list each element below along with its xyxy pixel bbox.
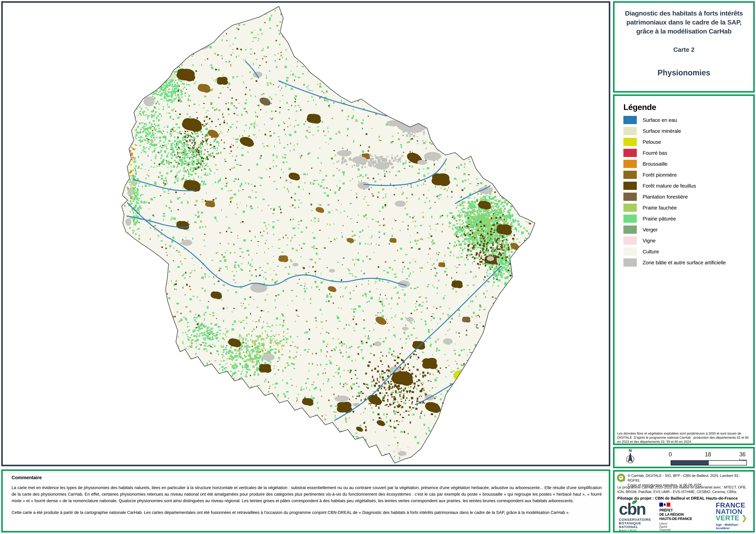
chevron-icon: ❯ bbox=[742, 514, 747, 522]
legend-label: Culture bbox=[643, 249, 659, 255]
legend-label: Prairie fauchée bbox=[643, 205, 677, 211]
legend-label: Fourré bas bbox=[643, 150, 667, 156]
north-arrow-icon: N bbox=[622, 449, 639, 467]
map-theme: Physionomies bbox=[614, 68, 753, 77]
french-flag-icon bbox=[660, 503, 670, 507]
legend-label: Verger bbox=[643, 227, 658, 233]
legend-swatch bbox=[623, 127, 637, 135]
legend-item: Culture bbox=[623, 246, 726, 257]
comment-paragraph-2: Cette carte a été produite à partir de l… bbox=[12, 509, 602, 516]
legend-label: Broussaille bbox=[643, 161, 667, 167]
legend-item: Forêt pionnière bbox=[623, 169, 726, 180]
legend-item: Fourré bas bbox=[623, 147, 726, 158]
legend-label: Plantation forestière bbox=[643, 194, 688, 200]
legend-panel: Légende Surface en eauSurface minéralePe… bbox=[613, 94, 755, 445]
legend-label: Zone bâtie et autre surface artificielle bbox=[643, 260, 726, 266]
legend-label: Vigne bbox=[643, 238, 656, 243]
map-panel bbox=[1, 1, 610, 466]
legend-swatch bbox=[623, 138, 637, 146]
qgis-logo-icon bbox=[617, 473, 626, 483]
legend-item: Prairie pâturée bbox=[623, 213, 726, 224]
comment-title: Commentaire bbox=[12, 475, 42, 480]
legend-swatch bbox=[623, 247, 637, 256]
scalebar-panel: N 0 18 36 km bbox=[613, 447, 755, 468]
scalebar-middle: 18 bbox=[705, 451, 711, 458]
legend-swatch bbox=[623, 204, 637, 212]
scalebar bbox=[671, 460, 747, 466]
legend-item: Zone bâtie et autre surface artificielle bbox=[623, 257, 726, 268]
comment-body: La carte met en évidence les types de ph… bbox=[12, 484, 602, 521]
legend-swatch bbox=[623, 258, 637, 267]
legend-swatch bbox=[623, 225, 637, 234]
legend-title: Légende bbox=[623, 102, 656, 112]
legend-swatch bbox=[623, 237, 637, 245]
legend-swatch bbox=[623, 171, 637, 179]
legend-item: Surface minérale bbox=[623, 125, 726, 137]
data-source-note: Les données flore et végétation exploité… bbox=[617, 432, 751, 444]
title-panel: Diagnostic des habitats à forts intérêts… bbox=[613, 1, 755, 92]
legend-swatch bbox=[623, 215, 637, 223]
north-letter: N bbox=[629, 449, 632, 453]
france-nation-verte-logo: FRANCE NATION VERTE ❯ Agir · Mobiliser ·… bbox=[716, 502, 752, 530]
legend-label: Pelouse bbox=[643, 139, 661, 145]
map-canvas bbox=[3, 3, 609, 465]
prefet-logo: PRÉFET DE LA RÉGION HAUTS-DE-FRANCE Libe… bbox=[660, 503, 697, 531]
partnership-text: Le programme CarHab 2020-2025 est réalis… bbox=[617, 485, 750, 494]
cbn-logo: cbn CONSERVATOIRE BOTANIQUE NATIONAL BAI… bbox=[619, 501, 657, 532]
scalebar-start: 0 bbox=[669, 451, 672, 458]
legend-item: Surface en eau bbox=[623, 114, 726, 125]
legend-swatch bbox=[623, 192, 637, 201]
legend-swatch bbox=[623, 149, 637, 157]
comment-paragraph-1: La carte met en évidence les types de ph… bbox=[12, 484, 602, 504]
legend-label: Forêt pionnière bbox=[643, 172, 677, 178]
legend-item: Broussaille bbox=[623, 158, 726, 169]
map-number: Carte 2 bbox=[614, 46, 753, 53]
legend-label: Surface minérale bbox=[643, 128, 681, 134]
legend-label: Forêt mature de feuillus bbox=[643, 183, 696, 189]
page-title: Diagnostic des habitats à forts intérêts… bbox=[614, 9, 753, 36]
legend-item: Verger bbox=[623, 224, 726, 235]
scalebar-filled-half bbox=[671, 461, 709, 465]
legend-swatch bbox=[623, 182, 637, 190]
legend-item: Forêt mature de feuillus bbox=[623, 180, 726, 191]
legend-label: Prairie pâturée bbox=[643, 216, 676, 222]
legend-item-list: Surface en eauSurface minéralePelouseFou… bbox=[623, 114, 726, 268]
legend-item: Pelouse bbox=[623, 137, 726, 147]
legend-item: Vigne bbox=[623, 235, 726, 246]
legend-item: Prairie fauchée bbox=[623, 202, 726, 213]
legend-swatch bbox=[623, 116, 637, 124]
legend-swatch bbox=[623, 160, 637, 168]
credits-panel: © CarHab, DIGITALE - SIG, BFP - CBN de B… bbox=[613, 470, 755, 532]
legend-item: Plantation forestière bbox=[623, 191, 726, 202]
comment-panel: Commentaire La carte met en évidence les… bbox=[1, 470, 610, 532]
legend-label: Surface en eau bbox=[643, 117, 677, 123]
